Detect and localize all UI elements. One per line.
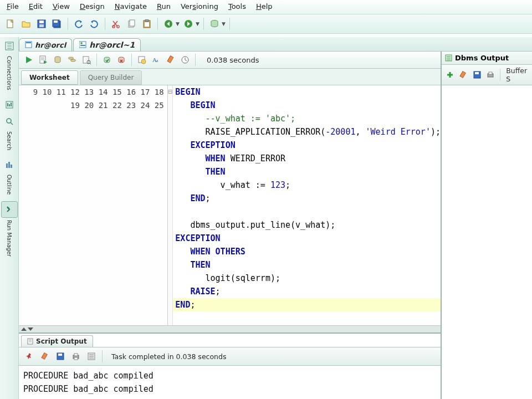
save-output-button[interactable] xyxy=(53,349,68,364)
menu-run[interactable]: Run xyxy=(157,2,171,11)
svg-rect-21 xyxy=(11,103,12,106)
sidebar-runmgr-label: Run Manager xyxy=(6,220,12,257)
clear-output-button[interactable] xyxy=(38,349,52,364)
commit-button[interactable] xyxy=(100,53,114,66)
script-output-body[interactable]: PROCEDURE bad_abc compiled PROCEDURE bad… xyxy=(19,366,441,399)
connection-tab-0-label: hr@orcl xyxy=(35,41,66,49)
paste-button[interactable] xyxy=(140,17,154,31)
svg-rect-43 xyxy=(167,56,173,63)
script-icon xyxy=(27,338,34,345)
back-dropdown[interactable]: ▼ xyxy=(176,21,180,27)
svg-rect-54 xyxy=(461,71,466,78)
code-editor[interactable]: 9 10 11 12 13 14 15 16 17 18 19 20 21 22… xyxy=(19,85,441,325)
editor-scroll-controls[interactable] xyxy=(19,325,441,332)
svg-text:a: a xyxy=(156,58,158,63)
autotrace-button[interactable] xyxy=(65,53,79,66)
pin-button[interactable] xyxy=(22,349,37,364)
menu-file[interactable]: File xyxy=(7,2,19,11)
svg-rect-13 xyxy=(145,22,149,27)
run-statement-button[interactable] xyxy=(22,53,35,66)
menu-tools[interactable]: Tools xyxy=(228,2,246,11)
save-button[interactable] xyxy=(34,17,49,31)
worksheet-toolbar: Aa 0.038 seconds xyxy=(19,52,441,69)
open-button[interactable] xyxy=(19,17,33,31)
menu-versioning[interactable]: Versioning xyxy=(181,2,218,11)
sql-history-button[interactable] xyxy=(178,53,192,66)
line-gutter: 9 10 11 12 13 14 15 16 17 18 19 20 21 22… xyxy=(19,85,168,325)
menu-help[interactable]: Help xyxy=(256,2,273,11)
sidebar-outline-button[interactable] xyxy=(2,157,17,172)
svg-rect-23 xyxy=(6,163,8,168)
sidebar-connections-button[interactable] xyxy=(2,38,17,54)
undo-button[interactable] xyxy=(71,17,86,31)
rollback-button[interactable] xyxy=(115,53,128,66)
script-output-tab[interactable]: Script Output xyxy=(21,335,93,347)
dbms-clear-button[interactable] xyxy=(457,68,469,82)
connection-tab-0[interactable]: hr@orcl xyxy=(19,38,72,51)
dbms-buffer-label: Buffer S xyxy=(506,66,530,83)
cut-button[interactable] xyxy=(109,17,123,31)
new-button[interactable] xyxy=(3,17,18,31)
tab-query-builder[interactable]: Query Builder xyxy=(80,70,142,85)
dbms-output-panel: Dbms Output Buffer S xyxy=(441,52,532,399)
main-toolbar: ▼ ▼ ▼ xyxy=(0,14,532,34)
worksheet-icon xyxy=(79,41,87,49)
forward-button[interactable] xyxy=(181,17,196,31)
svg-rect-3 xyxy=(39,24,44,27)
svg-rect-12 xyxy=(145,19,149,22)
fold-gutter[interactable]: ⊟ xyxy=(168,85,173,325)
forward-dropdown[interactable]: ▼ xyxy=(196,21,200,27)
print-output-button[interactable] xyxy=(69,349,83,364)
worksheet-icon xyxy=(25,41,33,49)
clear-button[interactable] xyxy=(164,53,177,66)
svg-point-22 xyxy=(7,119,11,123)
sidebar-outline-label: Outline xyxy=(6,175,12,195)
script-output-toolbar: Task completed in 0.038 seconds xyxy=(19,347,441,366)
code-body[interactable]: BEGIN BEGIN --v_what := 'abc'; RAISE_APP… xyxy=(173,85,441,325)
script-output-panel: Script Output Task completed in 0.038 se… xyxy=(19,332,441,399)
left-sidebar: Connections Search Outline Run Manager xyxy=(0,37,19,399)
copy-button[interactable] xyxy=(124,17,139,31)
svg-rect-46 xyxy=(42,353,47,360)
sql-tuning-button[interactable] xyxy=(80,53,93,66)
svg-rect-51 xyxy=(74,357,78,360)
sidebar-reports-button[interactable] xyxy=(2,97,17,112)
dbms-output-title[interactable]: Dbms Output xyxy=(442,52,532,65)
menu-view[interactable]: View xyxy=(53,2,70,11)
explain-plan-button[interactable] xyxy=(51,53,64,66)
to-uppercase-button[interactable]: Aa xyxy=(150,53,163,66)
svg-rect-58 xyxy=(489,72,492,74)
sidebar-runmgr-button[interactable] xyxy=(1,201,18,218)
svg-rect-27 xyxy=(26,42,31,43)
svg-rect-10 xyxy=(130,20,135,26)
svg-rect-48 xyxy=(58,354,62,356)
svg-rect-19 xyxy=(7,103,8,106)
svg-rect-30 xyxy=(80,45,85,46)
output-options-button[interactable] xyxy=(84,349,99,364)
dbms-icon xyxy=(445,54,453,62)
sidebar-search-label: Search xyxy=(6,131,12,150)
dbms-print-button[interactable] xyxy=(484,68,497,82)
dbms-add-button[interactable] xyxy=(444,68,456,82)
unshared-worksheet-button[interactable] xyxy=(135,53,149,66)
db-action-button[interactable] xyxy=(207,17,222,31)
sidebar-search-button[interactable] xyxy=(2,114,17,129)
menu-navigate[interactable]: Navigate xyxy=(115,2,147,11)
tab-worksheet[interactable]: Worksheet xyxy=(21,70,78,85)
script-output-status: Task completed in 0.038 seconds xyxy=(111,352,226,361)
dbms-save-button[interactable] xyxy=(471,68,483,82)
menu-design[interactable]: Design xyxy=(80,2,105,11)
menu-edit[interactable]: Edit xyxy=(29,2,43,11)
run-script-button[interactable] xyxy=(37,53,50,66)
redo-button[interactable] xyxy=(87,17,101,31)
worksheet-subtabs: Worksheet Query Builder xyxy=(19,69,441,85)
save-all-button[interactable] xyxy=(50,17,64,31)
svg-rect-28 xyxy=(79,42,86,48)
svg-rect-20 xyxy=(9,104,10,106)
svg-point-34 xyxy=(71,59,76,62)
connection-tab-1[interactable]: hr@orcl~1 xyxy=(73,38,141,51)
menu-bar: File Edit View Design Navigate Run Versi… xyxy=(0,0,532,14)
svg-rect-6 xyxy=(54,21,58,23)
back-button[interactable] xyxy=(161,17,176,31)
db-action-dropdown[interactable]: ▼ xyxy=(222,21,226,27)
